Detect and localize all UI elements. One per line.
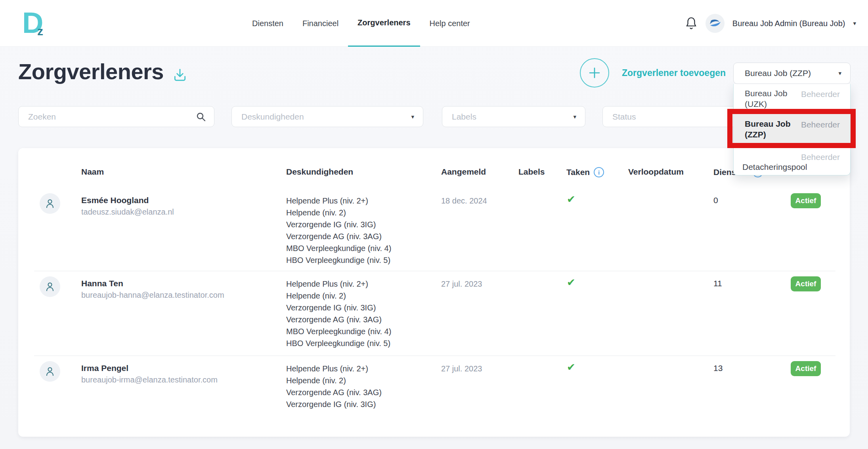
- table-row[interactable]: Irma Pengel bureaujob-irma@elanza.testin…: [18, 356, 850, 437]
- column-header-naam: Naam: [81, 167, 104, 177]
- notifications-bell-icon[interactable]: [685, 16, 698, 30]
- diensten-count: 13: [713, 363, 723, 373]
- taken-check-icon: ✔: [567, 276, 575, 289]
- deskundigheden-placeholder: Deskundigheden: [241, 112, 411, 122]
- option-bureau-job-uzk[interactable]: Bureau Job (UZK): [745, 88, 787, 109]
- provider-email: bureaujob-irma@elanza.testinator.com: [81, 375, 218, 384]
- deskundigheden-filter[interactable]: Deskundigheden ▾: [231, 106, 423, 127]
- option-label: Bureau Job: [745, 88, 787, 99]
- tab-zorgverleners[interactable]: Zorgverleners: [348, 0, 420, 47]
- logo-sub-letter: z: [37, 25, 43, 38]
- tab-diensten[interactable]: Diensten: [243, 0, 293, 47]
- option-role: Beheerder: [801, 89, 840, 99]
- zorgverleners-page: D z Diensten Financieel Zorgverleners He…: [0, 0, 868, 449]
- column-header-aangemeld: Aangemeld: [441, 167, 486, 177]
- option-label: (ZZP): [745, 130, 766, 139]
- person-icon: [44, 281, 56, 293]
- provider-name: Hanna Ten: [81, 279, 123, 288]
- status-placeholder: Status: [612, 112, 728, 122]
- main-nav: Diensten Financieel Zorgverleners Help c…: [243, 0, 480, 47]
- provider-skills: Helpende Plus (niv. 2+) Helpende (niv. 2…: [286, 363, 382, 410]
- registered-date: 18 dec. 2024: [441, 196, 487, 205]
- add-provider-link[interactable]: Zorgverlener toevoegen: [622, 68, 726, 78]
- provider-avatar: [40, 361, 60, 382]
- provider-skills: Helpende Plus (niv. 2+) Helpende (niv. 2…: [286, 278, 391, 349]
- registered-date: 27 jul. 2023: [441, 364, 482, 373]
- caret-down-icon: ▾: [573, 113, 576, 120]
- option-label: (UZK): [745, 99, 787, 109]
- tab-financieel[interactable]: Financieel: [293, 0, 348, 47]
- account-caret-icon[interactable]: ▾: [853, 20, 856, 27]
- add-provider-area: Zorgverlener toevoegen: [580, 58, 726, 88]
- column-header-verloopdatum: Verloopdatum: [628, 167, 684, 177]
- option-role: Beheerder: [801, 120, 840, 129]
- search-icon[interactable]: [196, 112, 206, 122]
- caret-down-icon: ▾: [728, 113, 732, 120]
- provider-skills: Helpende Plus (niv. 2+) Helpende (niv. 2…: [286, 195, 391, 266]
- tab-help-center[interactable]: Help center: [420, 0, 480, 47]
- diensten-count: 0: [713, 196, 718, 205]
- taken-check-icon: ✔: [567, 193, 575, 205]
- registered-date: 27 jul. 2023: [441, 280, 482, 289]
- provider-name: Esmée Hoogland: [81, 196, 149, 205]
- option-bureau-job-zzp[interactable]: Bureau Job (ZZP) Beheerder: [734, 113, 850, 145]
- organization-dropdown: Bureau Job (UZK) Beheerder Bureau Job (Z…: [733, 84, 851, 175]
- table-row[interactable]: Esmée Hoogland tadeusz.siudak@elanza.nl …: [18, 188, 850, 271]
- organization-select-value: Bureau Job (ZZP): [745, 68, 838, 78]
- plus-icon: [588, 66, 601, 80]
- status-filter[interactable]: Status ▾: [602, 106, 741, 127]
- status-badge: Actief: [791, 276, 821, 291]
- organization-avatar[interactable]: [705, 14, 725, 33]
- organization-select[interactable]: Bureau Job (ZZP) ▾: [733, 63, 851, 84]
- account-name[interactable]: Bureau Job Admin (Bureau Job): [732, 19, 845, 28]
- bird-logo-icon: [707, 15, 723, 31]
- option-detacheringspool[interactable]: Beheerder Detacheringspool: [734, 147, 850, 175]
- caret-down-icon: ▾: [411, 113, 414, 120]
- option-label: Detacheringspool: [742, 162, 807, 172]
- add-provider-button[interactable]: [580, 58, 609, 88]
- status-badge: Actief: [791, 193, 821, 208]
- top-navigation-bar: D z Diensten Financieel Zorgverleners He…: [0, 0, 868, 47]
- page-heading: Zorgverleners: [18, 59, 187, 84]
- taken-info-icon[interactable]: i: [594, 167, 604, 177]
- account-area: Bureau Job Admin (Bureau Job) ▾: [685, 0, 856, 47]
- download-icon[interactable]: [172, 67, 187, 82]
- provider-email: bureaujob-hanna@elanza.testinator.com: [81, 291, 224, 300]
- search-filter: [18, 106, 214, 127]
- column-header-deskundigheden: Deskundigheden: [286, 167, 353, 177]
- labels-filter[interactable]: Labels ▾: [442, 106, 585, 127]
- search-input[interactable]: [28, 112, 196, 122]
- provider-avatar: [40, 193, 60, 214]
- option-role: Beheerder: [801, 152, 840, 162]
- page-title: Zorgverleners: [18, 59, 164, 84]
- provider-avatar: [40, 276, 60, 297]
- column-header-labels: Labels: [518, 167, 545, 177]
- taken-check-icon: ✔: [567, 361, 575, 373]
- providers-table: Naam Deskundigheden Aangemeld Labels Tak…: [18, 148, 850, 437]
- person-icon: [44, 365, 56, 377]
- table-row[interactable]: Hanna Ten bureaujob-hanna@elanza.testina…: [18, 271, 850, 356]
- provider-name: Irma Pengel: [81, 363, 128, 373]
- labels-placeholder: Labels: [452, 112, 573, 122]
- column-header-taken: Taken i: [566, 167, 604, 177]
- person-icon: [44, 198, 56, 209]
- provider-email: tadeusz.siudak@elanza.nl: [81, 207, 174, 217]
- option-label: Bureau Job: [745, 119, 791, 128]
- app-logo[interactable]: D z: [22, 7, 50, 39]
- status-badge: Actief: [791, 361, 821, 376]
- diensten-count: 11: [713, 279, 722, 288]
- select-caret-icon: ▾: [838, 70, 841, 77]
